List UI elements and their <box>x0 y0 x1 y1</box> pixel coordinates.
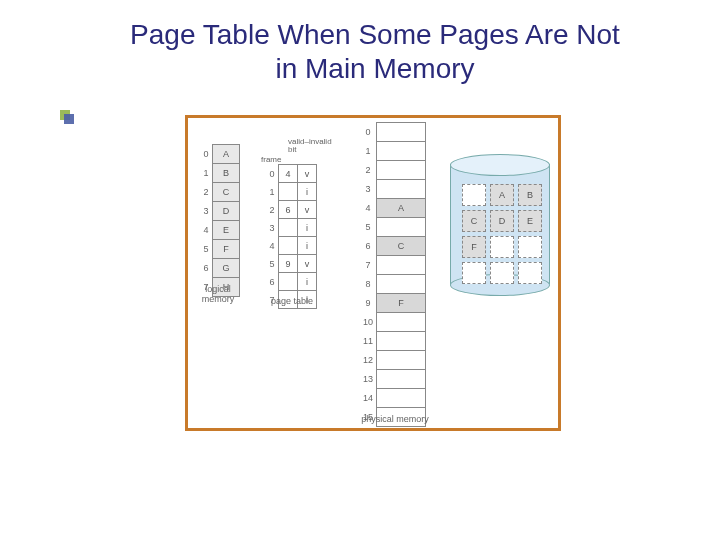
valid-invalid-header: valid–invalid bit <box>288 138 332 154</box>
backing-store-disk: ABCDEF <box>450 154 548 294</box>
physical-memory-table: 01234A56C789F101112131415 <box>360 122 426 427</box>
figure-frame: 0A1B2C3D4E5F6G7H logical memory frame va… <box>185 115 561 431</box>
frame-header: frame <box>261 155 281 164</box>
title-line-1: Page Table When Some Pages Are Not <box>130 19 620 50</box>
figure-content: 0A1B2C3D4E5F6G7H logical memory frame va… <box>188 118 558 428</box>
bullet-icon <box>60 110 74 124</box>
disk-page-grid: ABCDEF <box>458 180 546 288</box>
title-line-2: in Main Memory <box>275 53 474 84</box>
logical-memory-label: logical memory <box>196 284 240 304</box>
physical-memory-label: physical memory <box>360 414 430 424</box>
page-table-label: page table <box>266 296 318 306</box>
logical-memory-table: 0A1B2C3D4E5F6G7H <box>200 144 240 297</box>
page-table: 04v1i26v3i4i59v6i7i <box>266 164 317 309</box>
slide-title: Page Table When Some Pages Are Not in Ma… <box>0 0 720 89</box>
